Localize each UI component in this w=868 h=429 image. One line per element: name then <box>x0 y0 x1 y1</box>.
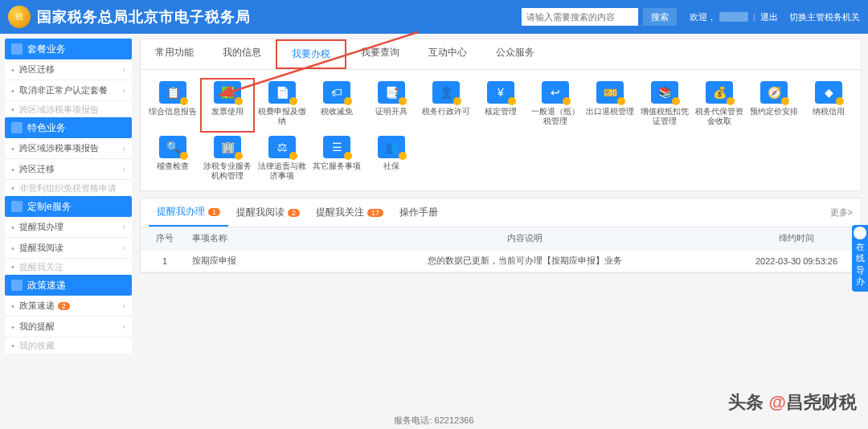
service-label: 法律追责与救济事项 <box>255 161 309 181</box>
service-item[interactable]: ✅发票使用 <box>200 78 255 133</box>
top-tab[interactable]: 我要办税 <box>276 39 346 69</box>
service-label: 稽查检查 <box>145 161 200 179</box>
sidebar-item[interactable]: 取消非正常户认定套餐› <box>5 80 132 101</box>
sidebar-item[interactable]: 跨区域涉税事项报告› <box>5 138 132 159</box>
service-item[interactable]: ↩一般退（抵）税管理 <box>528 78 583 133</box>
sidebar-group-policy[interactable]: 政策速递 <box>5 275 132 296</box>
top-tab[interactable]: 公众服务 <box>481 39 549 69</box>
online-help-tab[interactable]: 在线导办 <box>852 225 868 292</box>
service-icon: 🎫 <box>596 81 624 104</box>
top-tab[interactable]: 常用功能 <box>141 39 208 69</box>
sidebar-item[interactable]: 政策速递2› <box>5 296 132 317</box>
alert-tab[interactable]: 提醒我办理1 <box>149 198 228 227</box>
cell-seq: 1 <box>141 250 189 272</box>
chevron-right-icon: › <box>123 144 125 153</box>
service-label: 核定管理 <box>473 107 528 125</box>
top-tab[interactable]: 互动中心 <box>414 39 481 69</box>
user-name-masked <box>719 12 748 22</box>
sidebar-item[interactable]: 提醒我关注 <box>5 259 132 275</box>
alerts-card: 提醒我办理1提醒我阅读2提醒我关注17操作手册更多> 序号 事项名称 内容说明 … <box>140 198 862 273</box>
alert-tab-label: 操作手册 <box>399 206 438 219</box>
chevron-right-icon: › <box>123 223 125 231</box>
service-item[interactable]: ⚖法律追责与救济事项 <box>255 133 309 187</box>
service-item[interactable]: 👤税务行政许可 <box>419 78 473 133</box>
sidebar-item[interactable]: 非营利组织免税资格申请 <box>5 180 132 196</box>
top-tab[interactable]: 我的信息 <box>208 39 276 69</box>
sidebar-group-eservice[interactable]: 定制e服务 <box>5 196 132 217</box>
service-item[interactable]: 📑证明开具 <box>364 78 419 133</box>
logout-link[interactable]: 退出 <box>760 11 778 23</box>
service-item[interactable]: 🏷税收减免 <box>309 78 364 133</box>
service-label: 综合信息报告 <box>145 107 200 125</box>
main-content: 常用功能我的信息我要办税我要查询互动中心公众服务 📋综合信息报告✅发票使用📄税费… <box>137 34 868 415</box>
service-label: 证明开具 <box>364 107 419 125</box>
search-input[interactable] <box>522 8 638 26</box>
service-icon: ↩ <box>542 81 569 104</box>
service-item[interactable]: ☰其它服务事项 <box>309 133 364 187</box>
online-help-label: 在线导办 <box>856 242 865 286</box>
watermark-prefix: 头条 <box>728 392 768 412</box>
service-icon: 🏢 <box>214 136 241 158</box>
sidebar-item[interactable]: 提醒我阅读› <box>5 238 132 259</box>
switch-authority-link[interactable]: 切换主管税务机关 <box>789 11 860 23</box>
th-desc: 内容说明 <box>317 227 732 250</box>
sidebar-item[interactable]: 我的提醒› <box>5 317 132 337</box>
service-label: 税务行政许可 <box>419 107 473 125</box>
chevron-right-icon: › <box>123 322 125 331</box>
alert-tabs: 提醒我办理1提醒我阅读2提醒我关注17操作手册更多> <box>141 198 861 227</box>
service-label: 出口退税管理 <box>583 107 637 125</box>
service-item[interactable]: 🧭预约定价安排 <box>747 78 801 133</box>
assistant-avatar-icon <box>854 227 866 239</box>
service-item[interactable]: 📚增值税抵扣凭证管理 <box>637 78 692 133</box>
sidebar-item[interactable]: 跨区域涉税事项报告 <box>5 101 132 117</box>
watermark: 头条 @昌尧财税 <box>728 390 857 415</box>
service-item[interactable]: 🏢涉税专业服务机构管理 <box>200 133 255 187</box>
service-item[interactable]: 💰税务代保管资金收取 <box>692 78 747 133</box>
watermark-at: @ <box>769 392 786 412</box>
top-tab[interactable]: 我要查询 <box>346 39 414 69</box>
welcome-text: 欢迎， | 退出 <box>690 11 778 23</box>
sidebar-item-label: 政策速递 <box>19 300 55 312</box>
services-card: 常用功能我的信息我要办税我要查询互动中心公众服务 📋综合信息报告✅发票使用📄税费… <box>140 39 862 191</box>
count-badge: 17 <box>367 209 383 217</box>
sidebar-item-label: 跨区域涉税事项报告 <box>19 142 99 154</box>
sidebar-item[interactable]: 跨区迁移› <box>5 159 132 180</box>
th-seq: 序号 <box>141 227 189 250</box>
sidebar-group-packages[interactable]: 套餐业务 <box>5 39 132 59</box>
alert-tab-label: 提醒我阅读 <box>236 206 285 219</box>
service-row: 📋综合信息报告✅发票使用📄税费申报及缴纳🏷税收减免📑证明开具👤税务行政许可¥核定… <box>145 78 856 133</box>
service-item[interactable]: 📄税费申报及缴纳 <box>255 78 309 133</box>
service-item[interactable]: 🔍稽查检查 <box>145 133 200 187</box>
service-item[interactable]: 👥社保 <box>364 133 419 187</box>
alert-tab[interactable]: 提醒我阅读2 <box>228 199 308 226</box>
alert-tab[interactable]: 操作手册 <box>391 199 446 226</box>
tax-logo-icon: 税 <box>8 6 31 28</box>
service-icon: 💰 <box>706 81 733 104</box>
chevron-right-icon: › <box>123 165 125 174</box>
sidebar-item[interactable]: 跨区迁移› <box>5 59 132 80</box>
alert-tab-label: 提醒我办理 <box>157 205 205 219</box>
sidebar-item-label: 非营利组织免税资格申请 <box>19 182 117 194</box>
search-button[interactable]: 搜索 <box>643 8 677 26</box>
table-row[interactable]: 1按期应申报您的数据已更新，当前可办理【按期应申报】业务2022-03-30 0… <box>141 250 861 272</box>
sidebar-item-label: 跨区域涉税事项报告 <box>19 104 99 116</box>
sidebar-item-label: 跨区迁移 <box>19 163 55 175</box>
sidebar-item[interactable]: 我的收藏 <box>5 337 132 353</box>
service-item[interactable]: ¥核定管理 <box>473 78 528 133</box>
sidebar-item[interactable]: 提醒我办理› <box>5 217 132 238</box>
service-item[interactable]: 📋综合信息报告 <box>145 78 200 133</box>
service-icon: ✅ <box>214 81 241 104</box>
header-right: 搜索 欢迎， | 退出 切换主管税务机关 <box>522 8 860 26</box>
chevron-right-icon: › <box>123 301 125 310</box>
sidebar-group-special[interactable]: 特色业务 <box>5 117 132 138</box>
more-link[interactable]: 更多> <box>830 206 853 219</box>
service-label: 一般退（抵）税管理 <box>528 107 583 126</box>
service-item[interactable]: 🎫出口退税管理 <box>583 78 637 133</box>
service-item[interactable]: ◆纳税信用 <box>801 78 856 133</box>
star-icon <box>11 122 23 133</box>
alert-tab[interactable]: 提醒我关注17 <box>308 199 391 226</box>
cell-desc: 您的数据已更新，当前可办理【按期应申报】业务 <box>317 250 732 272</box>
service-label: 税务代保管资金收取 <box>692 107 747 126</box>
alert-tab-label: 提醒我关注 <box>316 206 364 219</box>
sidebar: 套餐业务 跨区迁移› 取消非正常户认定套餐› 跨区域涉税事项报告 特色业务 跨区… <box>0 34 137 415</box>
